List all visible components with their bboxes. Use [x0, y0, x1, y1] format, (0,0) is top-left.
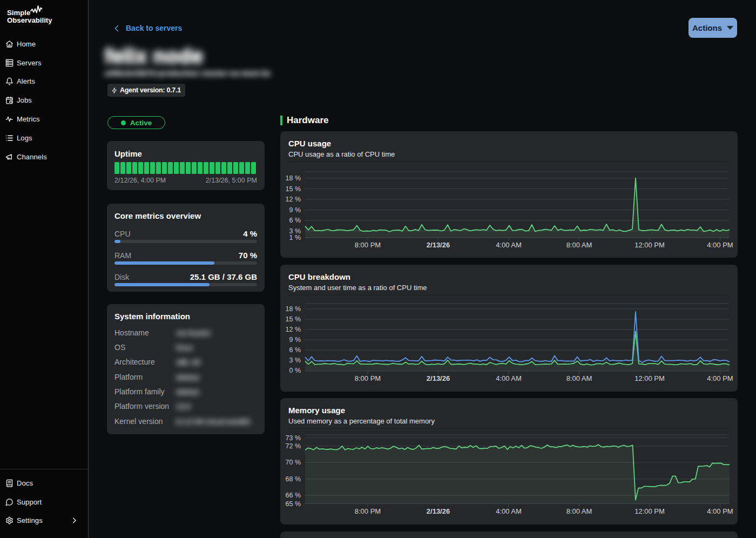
svg-text:0 %: 0 %	[289, 367, 301, 374]
svg-text:3 %: 3 %	[289, 357, 301, 364]
svg-text:15 %: 15 %	[286, 315, 301, 323]
svg-text:4:00 PM: 4:00 PM	[707, 241, 733, 249]
svg-text:18 %: 18 %	[286, 174, 301, 182]
svg-text:2/13/26: 2/13/26	[427, 241, 450, 249]
svg-text:2/13/26: 2/13/26	[427, 374, 450, 382]
svg-text:4:00 AM: 4:00 AM	[496, 241, 522, 249]
svg-text:68 %: 68 %	[286, 475, 301, 483]
svg-text:9 %: 9 %	[289, 206, 301, 214]
svg-text:12:00 PM: 12:00 PM	[634, 241, 665, 249]
svg-text:2/13/26: 2/13/26	[427, 507, 450, 515]
svg-text:72 %: 72 %	[286, 442, 301, 450]
svg-text:12 %: 12 %	[286, 326, 301, 333]
svg-text:8:00 PM: 8:00 PM	[355, 374, 381, 382]
svg-text:66 %: 66 %	[286, 492, 301, 499]
svg-text:4:00 AM: 4:00 AM	[496, 507, 522, 515]
svg-text:6 %: 6 %	[289, 346, 301, 354]
svg-text:8:00 AM: 8:00 AM	[566, 507, 592, 515]
svg-text:4:00 PM: 4:00 PM	[707, 374, 733, 382]
svg-text:4:00 AM: 4:00 AM	[496, 374, 522, 382]
svg-text:73 %: 73 %	[286, 434, 301, 442]
svg-text:1 %: 1 %	[289, 234, 301, 241]
svg-text:8:00 AM: 8:00 AM	[566, 241, 592, 249]
svg-text:8:00 AM: 8:00 AM	[566, 374, 592, 382]
svg-text:15 %: 15 %	[286, 185, 301, 193]
svg-text:65 %: 65 %	[286, 500, 301, 508]
svg-text:70 %: 70 %	[286, 459, 301, 466]
svg-text:9 %: 9 %	[289, 336, 301, 344]
svg-text:8:00 PM: 8:00 PM	[355, 507, 381, 515]
svg-text:12 %: 12 %	[286, 196, 301, 203]
svg-text:4:00 PM: 4:00 PM	[707, 507, 733, 515]
svg-text:12:00 PM: 12:00 PM	[634, 507, 665, 515]
svg-text:6 %: 6 %	[289, 217, 301, 224]
svg-text:8:00 PM: 8:00 PM	[355, 241, 381, 249]
svg-text:18 %: 18 %	[286, 305, 301, 313]
svg-text:12:00 PM: 12:00 PM	[634, 374, 665, 382]
